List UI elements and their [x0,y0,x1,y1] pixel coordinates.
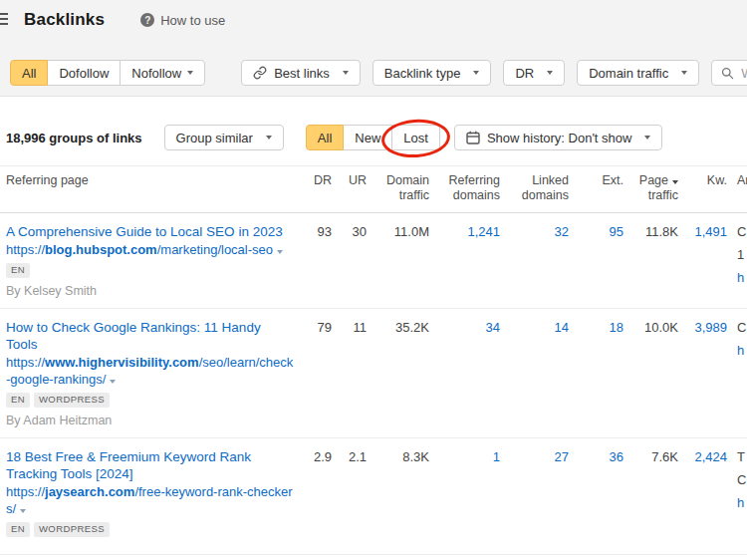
col-header-domain-traffic[interactable]: Domain traffic [367,173,429,203]
dr-value: 93 [309,223,332,298]
referring-domains-link[interactable]: 34 [429,319,500,427]
chevron-down-icon [547,71,553,75]
col-header-ur[interactable]: UR [332,173,367,203]
kw-link[interactable]: 3,989 [678,319,727,427]
anchor-text-clipped: T [737,448,747,465]
language-badge: EN [6,522,30,537]
best-links-label: Best links [274,66,330,81]
url-scheme: https:// [6,484,45,499]
domain-traffic-filter-dropdown[interactable]: Domain traffic [577,60,699,86]
dr-value: 79 [309,319,332,427]
badges-row: EN WORDPRESS [6,393,295,408]
chevron-down-icon [681,71,687,75]
anchor-text-clipped: C [737,223,747,240]
ur-value: 11 [332,319,367,427]
dr-filter-dropdown[interactable]: DR [503,60,565,86]
chevron-down-icon [473,71,479,75]
anchor-text-clipped: C [737,319,747,336]
filter-dofollow-button[interactable]: Dofollow [47,60,121,86]
page-traffic-header-line1: Page [639,173,668,187]
group-similar-dropdown[interactable]: Group similar [164,125,284,150]
chevron-down-icon [266,136,272,140]
url-domain: jaysearch.com [45,484,134,499]
dr-filter-label: DR [515,66,534,81]
status-new-button[interactable]: New [343,125,392,150]
page-traffic-header-line2: traffic [623,188,678,203]
referring-page-url[interactable]: https://jaysearch.com/free-keyword-rank-… [6,483,295,517]
search-icon [721,67,734,80]
language-badge: EN [6,393,30,408]
referring-page-url[interactable]: https://www.highervisibility.com/seo/lea… [6,354,295,388]
filter-nofollow-label: Nofollow [131,66,181,81]
filter-nofollow-button[interactable]: Nofollow [120,60,205,86]
referring-page-title-link[interactable]: 18 Best Free & Freemium Keyword Rank Tra… [6,448,295,482]
ext-link[interactable]: 36 [569,448,623,544]
domain-traffic-value: 35.2K [367,319,429,427]
table-row: How to Check Google Rankings: 11 Handy T… [0,309,747,438]
url-expand-caret-icon[interactable] [20,509,26,513]
top-bar: Backlinks ? How to use [0,0,747,40]
linked-domains-link[interactable]: 32 [500,223,569,298]
referring-page-title-link[interactable]: How to Check Google Rankings: 11 Handy T… [6,319,295,353]
status-lost-button[interactable]: Lost [391,125,440,150]
referring-domains-link[interactable]: 1 [429,448,500,544]
col-header-referring-page[interactable]: Referring page [0,173,309,203]
kw-link[interactable]: 2,424 [678,448,727,544]
show-history-dropdown[interactable]: Show history: Don't show [454,125,663,150]
anchor-cell: C h [727,319,747,427]
anchor-text-clipped: 1 [737,246,747,263]
domain-traffic-filter-label: Domain traffic [589,66,668,81]
best-links-dropdown[interactable]: Best links [241,60,361,86]
referring-page-title-link[interactable]: A Comprehensive Guide to Local SEO in 20… [6,223,295,240]
ur-value: 2.1 [332,448,367,544]
ext-link[interactable]: 95 [569,223,623,298]
page-title: Backlinks [24,10,105,30]
ext-link[interactable]: 18 [569,319,623,427]
header-zone: Backlinks ? How to use All Dofollow Nofo… [0,0,747,97]
badges-row: EN WORDPRESS [6,522,295,537]
chevron-down-icon [343,71,349,75]
table-row: A Comprehensive Guide to Local SEO in 20… [0,213,747,309]
anchor-url-clipped[interactable]: h [737,494,747,511]
linked-domains-link[interactable]: 14 [500,319,569,427]
anchor-url-clipped[interactable]: h [737,269,747,286]
col-header-linked-domains[interactable]: Linked domains [500,173,569,203]
col-header-kw[interactable]: Kw. [678,173,727,203]
filter-all-button[interactable]: All [10,60,48,86]
col-header-page-traffic[interactable]: Page traffic [623,173,678,203]
table-row: 18 Best Free & Freemium Keyword Rank Tra… [0,438,747,555]
url-expand-caret-icon[interactable] [277,250,283,254]
referring-page-cell: How to Check Google Rankings: 11 Handy T… [0,319,309,427]
anchor-url-clipped[interactable]: h [737,342,747,359]
col-header-ext[interactable]: Ext. [569,173,623,203]
groups-count: 18,996 groups of links [6,131,142,145]
referring-page-url[interactable]: https://blog.hubspot.com/marketing/local… [6,241,295,258]
anchor-cell: C 1 h [727,223,747,298]
how-to-use-link[interactable]: ? How to use [140,13,225,28]
col-header-anchor[interactable]: Anchor [727,173,747,203]
url-expand-caret-icon[interactable] [110,380,116,384]
ur-value: 30 [332,223,367,298]
author-byline: By Kelsey Smith [6,284,295,298]
status-all-button[interactable]: All [306,125,344,150]
col-header-dr[interactable]: DR [309,173,332,203]
status-lost-label: Lost [403,131,428,145]
referring-domains-link[interactable]: 1,241 [429,223,500,298]
language-badge: EN [6,263,30,278]
backlink-type-dropdown[interactable]: Backlink type [373,60,492,86]
backlinks-table: Referring page DR UR Domain traffic Refe… [0,165,747,555]
menu-icon[interactable] [0,13,8,25]
referring-page-cell: 18 Best Free & Freemium Keyword Rank Tra… [0,448,309,544]
linked-domains-link[interactable]: 27 [500,448,569,544]
col-header-referring-domains[interactable]: Referring domains [429,173,500,203]
calendar-icon [466,131,480,144]
page-traffic-value: 10.0K [623,319,678,427]
dr-value: 2.9 [309,448,332,544]
kw-link[interactable]: 1,491 [678,223,727,298]
search-input[interactable] [741,66,747,81]
page-traffic-value: 11.8K [623,223,678,298]
anchor-text-clipped: C [737,471,747,488]
domain-traffic-value: 11.0M [367,223,429,298]
chevron-down-icon [644,136,650,140]
url-domain: blog.hubspot.com [45,242,157,257]
